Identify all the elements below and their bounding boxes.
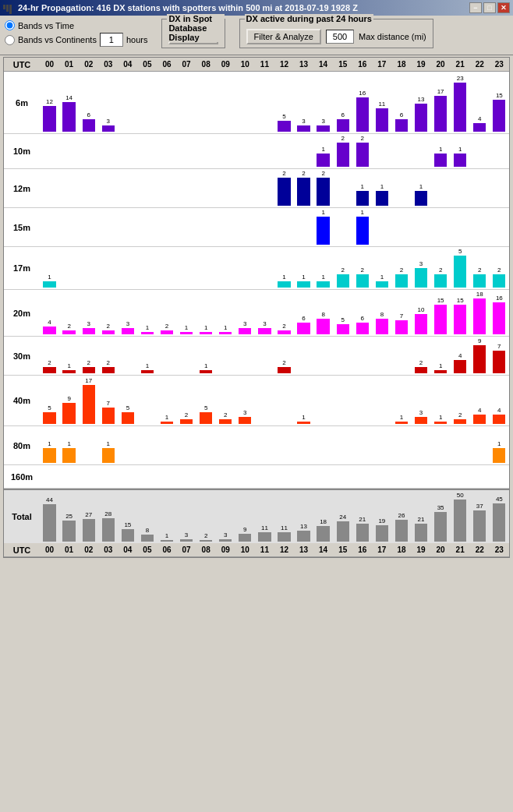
bar-slot-10m-14: 1 [313, 136, 333, 167]
hour-cell-21: 21 [451, 60, 470, 69]
bar-17m-19 [415, 268, 427, 288]
bar-value-12m-12: 2 [282, 171, 285, 177]
bar-slot-10m-3 [98, 136, 118, 167]
bar-slot-15m-5 [137, 210, 157, 245]
band-row-20m: 20m42323121113326856871015151816 [4, 290, 509, 337]
bar-slot-17m-14: 1 [313, 249, 333, 288]
bar-value-20m-12: 2 [282, 323, 285, 330]
bands-vs-continents-option[interactable]: Bands vs Continents hours [5, 33, 147, 47]
hour-cell-16: 16 [352, 545, 372, 554]
total-bar-23 [493, 503, 505, 542]
hour-cell-18: 18 [391, 60, 411, 69]
bar-slot-12m-18 [391, 171, 411, 206]
bar-20m-12 [278, 330, 290, 334]
bar-40m-20 [434, 422, 447, 424]
bar-value-30m-19: 2 [419, 360, 423, 366]
bar-slot-10m-16: 2 [352, 136, 372, 167]
bar-value-12m-17: 1 [380, 184, 384, 190]
total-bar-11 [258, 532, 271, 542]
hour-cell-15: 15 [333, 545, 352, 554]
bar-slot-10m-23 [490, 136, 509, 167]
total-value-12: 11 [281, 525, 288, 531]
bar-value-20m-23: 16 [496, 295, 503, 302]
bar-6m-1 [62, 102, 75, 132]
bar-slot-80m-18 [391, 428, 411, 463]
bar-slot-15m-16: 1 [352, 210, 372, 245]
bar-slot-17m-23: 2 [490, 249, 509, 288]
total-bar-slot-22: 37 [470, 492, 490, 542]
band-label-17m: 17m [4, 263, 40, 273]
bar-20m-2 [83, 328, 95, 334]
bands-vs-time-option[interactable]: Bands vs Time [5, 20, 147, 30]
bar-slot-17m-6 [157, 249, 176, 288]
bar-value-30m-2: 2 [87, 360, 90, 366]
bar-slot-30m-23: 7 [490, 338, 509, 373]
bar-value-30m-8: 1 [204, 363, 207, 369]
bar-slot-6m-21: 23 [451, 73, 470, 132]
bar-12m-17 [376, 191, 388, 206]
bar-value-40m-9: 2 [224, 412, 227, 418]
total-value-0: 44 [46, 497, 53, 503]
hour-cell-04: 04 [118, 545, 137, 554]
hour-cell-01: 01 [59, 60, 79, 69]
bar-slot-6m-0: 12 [40, 73, 59, 132]
bar-value-12m-16: 1 [361, 184, 364, 190]
bar-slot-10m-13 [294, 136, 313, 167]
bar-value-40m-23: 4 [497, 408, 501, 414]
bar-value-80m-0: 1 [48, 441, 51, 447]
minimize-button[interactable]: − [469, 2, 482, 13]
bar-value-40m-10: 3 [243, 410, 246, 416]
bar-slot-17m-1 [59, 249, 79, 288]
bar-17m-15 [337, 274, 349, 288]
hour-cell-12: 12 [274, 545, 294, 554]
bar-slot-160m-15 [333, 467, 352, 486]
bar-slot-6m-23: 15 [490, 73, 509, 132]
bar-slot-6m-15: 6 [333, 73, 352, 132]
bar-slot-80m-0: 1 [40, 428, 59, 463]
band-row-80m: 80m1111 [4, 426, 509, 465]
total-bar-0 [43, 504, 55, 542]
bar-value-6m-21: 23 [457, 76, 464, 82]
total-bar-slot-5: 8 [137, 492, 157, 542]
maximize-button[interactable]: □ [483, 2, 496, 13]
bar-slot-20m-7: 1 [177, 291, 196, 334]
total-bar-slot-14: 18 [313, 492, 333, 542]
bar-slot-160m-16 [352, 467, 372, 486]
bar-10m-16 [356, 143, 369, 167]
bar-12m-19 [415, 191, 427, 206]
bar-slot-160m-23 [490, 467, 509, 486]
bar-slot-12m-13: 2 [294, 171, 313, 206]
bar-value-40m-7: 2 [185, 412, 188, 418]
total-value-13: 13 [300, 524, 307, 530]
bar-slot-40m-15 [333, 377, 352, 424]
bar-17m-22 [473, 274, 486, 288]
bar-slot-10m-4 [118, 136, 137, 167]
hour-cell-10: 10 [235, 60, 255, 69]
bar-value-20m-6: 2 [165, 323, 168, 330]
bar-30m-5 [141, 370, 154, 373]
total-bar-2 [83, 519, 95, 542]
bar-slot-12m-4 [118, 171, 137, 206]
total-bar-slot-4: 15 [118, 492, 137, 542]
bar-40m-6 [161, 422, 173, 424]
bar-value-40m-0: 5 [48, 405, 51, 411]
total-bar-slot-16: 21 [352, 492, 372, 542]
bar-slot-17m-17: 1 [372, 249, 391, 288]
bar-value-20m-8: 1 [204, 325, 207, 331]
bar-slot-160m-7 [177, 467, 196, 486]
max-distance-input[interactable] [326, 30, 354, 44]
total-bar-8 [200, 540, 212, 542]
bar-12m-13 [297, 178, 310, 206]
hours-input[interactable] [100, 33, 123, 47]
filter-analyze-button[interactable]: Filter & Analyze [246, 29, 321, 44]
bar-value-20m-20: 15 [437, 298, 444, 304]
bar-value-6m-0: 12 [46, 99, 53, 105]
bar-slot-15m-3 [98, 210, 118, 245]
bar-value-17m-12: 1 [282, 274, 285, 281]
bar-slot-20m-13: 6 [294, 291, 313, 334]
close-button[interactable]: ✕ [497, 2, 510, 13]
band-label-12m: 12m [4, 184, 40, 193]
bar-6m-23 [493, 100, 505, 132]
bar-20m-0 [43, 327, 55, 334]
bar-value-30m-1: 1 [67, 363, 70, 369]
